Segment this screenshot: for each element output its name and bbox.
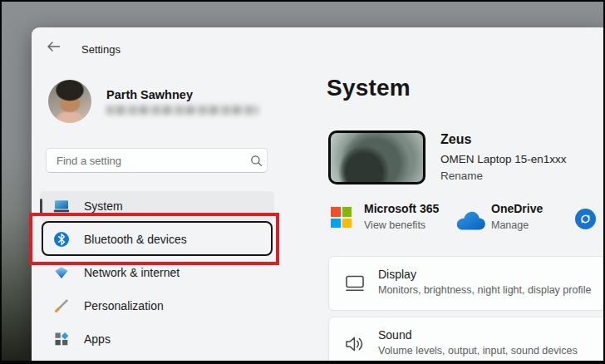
ms-logo-yellow-square [342, 219, 352, 229]
card-title: Sound [378, 328, 411, 342]
screenshot-root: Settings Parth Sawhney System [0, 0, 605, 364]
profile-email-redacted-blur [106, 106, 258, 115]
sidebar-item-personalization[interactable]: Personalization [40, 291, 274, 321]
onedrive-icon [454, 209, 487, 232]
search-box[interactable] [46, 148, 268, 173]
sidebar-item-label: Network & internet [84, 266, 180, 279]
sidebar-item-label: Personalization [84, 299, 164, 312]
sound-icon [342, 317, 368, 364]
card-title: Display [378, 268, 416, 281]
page-title: System [327, 75, 411, 101]
back-button[interactable] [46, 40, 62, 57]
network-icon [53, 264, 70, 281]
sidebar-item-label: System [84, 199, 123, 213]
microsoft365-title: Microsoft 365 [364, 202, 439, 215]
view-benefits-link[interactable]: View benefits [364, 219, 425, 231]
sidebar-item-apps[interactable]: Apps [40, 324, 274, 354]
window-title: Settings [81, 43, 121, 56]
card-subtitle: Monitors, brightness, night light, displ… [378, 284, 591, 296]
sync-status-icon[interactable] [575, 209, 596, 229]
avatar [48, 80, 91, 123]
sidebar-item-label: Apps [84, 332, 111, 346]
microsoft-logo [331, 207, 352, 228]
back-arrow-icon [47, 41, 61, 56]
red-annotation-box [29, 213, 279, 265]
search-icon [245, 150, 267, 171]
device-name: Zeus [440, 132, 471, 147]
ms-logo-blue-square [331, 219, 341, 229]
ms-logo-red-square [331, 207, 341, 217]
search-input[interactable] [55, 154, 245, 168]
ms-logo-green-square [342, 207, 352, 217]
card-subtitle: Volume levels, output, input, sound devi… [378, 345, 578, 357]
display-icon [342, 257, 368, 310]
system-icon [53, 198, 70, 214]
display-settings-card[interactable]: Display Monitors, brightness, night ligh… [328, 256, 605, 311]
profile-name: Parth Sawhney [106, 88, 193, 101]
apps-icon [53, 331, 70, 347]
device-model: OMEN Laptop 15-en1xxx [440, 153, 567, 165]
sound-settings-card[interactable]: Sound Volume levels, output, input, soun… [328, 317, 605, 364]
manage-link[interactable]: Manage [491, 219, 529, 231]
rename-button[interactable]: Rename [440, 170, 483, 182]
onedrive-title: OneDrive [491, 202, 543, 215]
device-thumbnail [328, 130, 425, 184]
personalization-icon [53, 298, 70, 314]
